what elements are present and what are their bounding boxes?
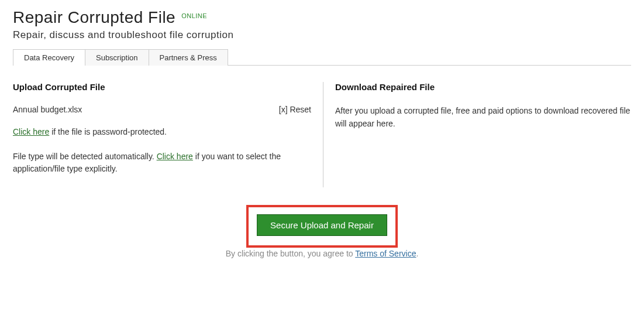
agree-text: By clicking the button, you agree to Ter…	[13, 249, 631, 258]
online-badge: ONLINE	[181, 12, 207, 19]
filetype-hint-pre: File type will be detected automatically…	[13, 152, 157, 161]
upload-heading: Upload Corrupted File	[13, 82, 311, 92]
password-hint: Click here if the file is password-prote…	[13, 126, 311, 139]
tab-data-recovery[interactable]: Data Recovery	[13, 49, 85, 66]
uploaded-filename: Annual budget.xlsx	[13, 105, 82, 114]
filetype-hint: File type will be detected automatically…	[13, 150, 311, 176]
agree-pre: By clicking the button, you agree to	[226, 249, 356, 258]
reset-button[interactable]: [x] Reset	[279, 105, 311, 114]
tab-partners-press[interactable]: Partners & Press	[149, 49, 228, 66]
terms-of-service-link[interactable]: Terms of Service	[355, 249, 416, 258]
tab-bar: Data Recovery Subscription Partners & Pr…	[13, 49, 631, 66]
filetype-link[interactable]: Click here	[157, 152, 193, 161]
password-link[interactable]: Click here	[13, 127, 49, 136]
page-subtitle: Repair, discuss and troubleshoot file co…	[13, 29, 631, 41]
upload-highlight: Secure Upload and Repair	[246, 205, 398, 248]
download-heading: Download Repaired File	[335, 82, 631, 92]
download-section: Download Repaired File After you upload …	[323, 82, 631, 187]
page-title: Repair Corrupted File	[13, 8, 175, 27]
password-hint-text: if the file is password-protected.	[49, 127, 167, 136]
agree-post: .	[416, 249, 418, 258]
tab-subscription[interactable]: Subscription	[85, 49, 149, 66]
download-body: After you upload a corrupted file, free …	[335, 105, 631, 130]
secure-upload-button[interactable]: Secure Upload and Repair	[257, 214, 387, 236]
upload-section: Upload Corrupted File Annual budget.xlsx…	[13, 82, 323, 187]
